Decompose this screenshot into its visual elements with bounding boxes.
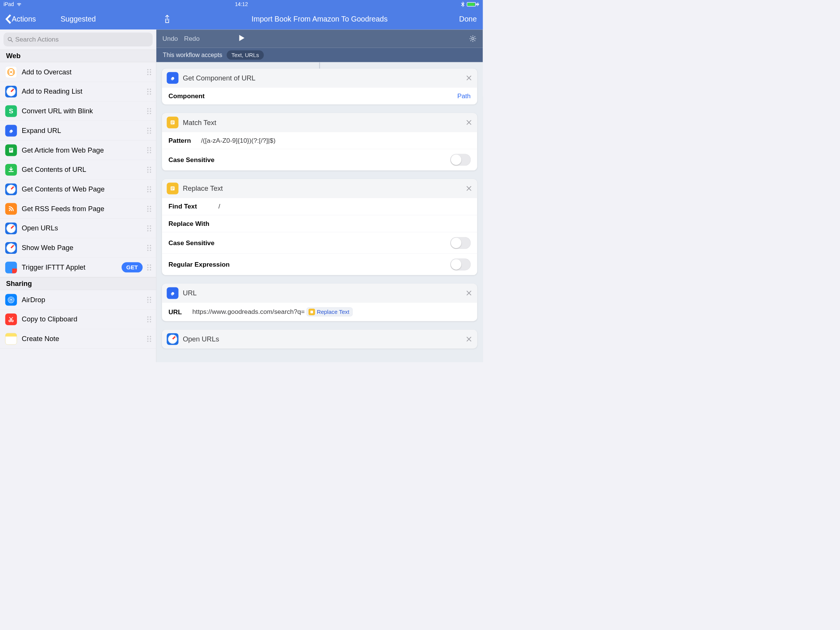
- variable-token[interactable]: Replace Text: [307, 308, 353, 316]
- navigation-bar: Actions Suggested Import Book From Amazo…: [0, 9, 483, 30]
- svg-rect-5: [10, 148, 13, 149]
- action-get-rss[interactable]: Get RSS Feeds from Page: [0, 199, 156, 219]
- param-url[interactable]: URL https://www.goodreads.com/search?q= …: [162, 303, 477, 321]
- card-title: Replace Text: [183, 184, 465, 192]
- undo-button[interactable]: Undo: [163, 35, 178, 43]
- param-value[interactable]: Path: [457, 92, 471, 100]
- action-show-web-page[interactable]: Show Web Page: [0, 238, 156, 258]
- close-icon[interactable]: [465, 74, 472, 81]
- drag-handle-icon[interactable]: [147, 147, 152, 153]
- drag-handle-icon[interactable]: [147, 186, 152, 192]
- action-label: Expand URL: [22, 126, 145, 134]
- param-find-text[interactable]: Find Text /: [162, 198, 477, 215]
- svg-rect-7: [10, 150, 12, 151]
- accepts-bar[interactable]: This workflow accepts Text, URLs: [156, 47, 483, 62]
- drag-handle-icon[interactable]: [147, 128, 152, 134]
- drag-handle-icon[interactable]: [147, 225, 152, 231]
- action-expand-url[interactable]: Expand URL: [0, 121, 156, 141]
- get-badge[interactable]: GET: [122, 262, 143, 272]
- action-label: Show Web Page: [22, 244, 145, 252]
- scissors-icon: [5, 314, 17, 325]
- back-label: Actions: [12, 15, 36, 23]
- drag-handle-icon[interactable]: [147, 69, 152, 75]
- close-icon[interactable]: [465, 119, 472, 126]
- card-get-component-of-url[interactable]: Get Component of URL Component Path: [162, 69, 477, 105]
- param-case-sensitive: Case Sensitive: [162, 232, 477, 253]
- action-get-contents-url[interactable]: Get Contents of URL: [0, 160, 156, 180]
- settings-button[interactable]: [469, 35, 477, 43]
- svg-point-9: [10, 299, 12, 301]
- card-open-urls[interactable]: Open URLs: [162, 330, 477, 348]
- toggle-switch[interactable]: [450, 259, 471, 270]
- param-component[interactable]: Component Path: [162, 87, 477, 104]
- param-case-sensitive: Case Sensitive: [162, 149, 477, 171]
- svg-point-0: [8, 37, 11, 41]
- action-label: Get RSS Feeds from Page: [22, 205, 145, 213]
- card-url[interactable]: URL URL https://www.goodreads.com/search…: [162, 284, 477, 321]
- close-icon[interactable]: [465, 336, 472, 343]
- toggle-switch[interactable]: [450, 154, 471, 166]
- accepts-label: This workflow accepts: [163, 51, 222, 58]
- drag-handle-icon[interactable]: [147, 206, 152, 212]
- svg-rect-4: [9, 148, 13, 153]
- action-label: Add to Reading List: [22, 88, 145, 96]
- card-match-text[interactable]: Match Text Pattern /([a-zA-Z0-9]{10})(?:…: [162, 113, 477, 171]
- connector-line: [319, 62, 320, 68]
- action-get-contents-page[interactable]: Get Contents of Web Page: [0, 179, 156, 199]
- param-label: Pattern: [169, 137, 201, 144]
- param-label: Case Sensitive: [169, 239, 218, 246]
- back-button[interactable]: Actions: [5, 14, 36, 24]
- notes-icon: [5, 333, 17, 344]
- action-add-to-overcast[interactable]: Add to Overcast: [0, 62, 156, 82]
- drag-handle-icon[interactable]: [147, 88, 152, 95]
- svg-line-1: [11, 40, 13, 42]
- redo-button[interactable]: Redo: [184, 35, 199, 43]
- link-icon: [167, 72, 178, 84]
- param-value[interactable]: /: [218, 203, 220, 210]
- share-button[interactable]: [163, 14, 172, 24]
- param-label: Component: [169, 92, 218, 100]
- action-convert-url-blink[interactable]: S Convert URL with Blink: [0, 101, 156, 121]
- drag-handle-icon[interactable]: [147, 316, 152, 322]
- param-value[interactable]: /([a-zA-Z0-9]{10})(?:[/?]|$): [201, 137, 275, 144]
- action-label: Convert URL with Blink: [22, 107, 145, 115]
- drag-handle-icon[interactable]: [147, 245, 152, 251]
- drag-handle-icon[interactable]: [147, 108, 152, 114]
- close-icon[interactable]: [465, 290, 472, 297]
- workflow-editor: Undo Redo This workflow accepts Text, UR…: [156, 30, 483, 362]
- safari-icon: [5, 223, 17, 234]
- play-button[interactable]: [238, 34, 245, 43]
- action-trigger-ifttt[interactable]: Trigger IFTTT Applet GET: [0, 257, 156, 277]
- action-airdrop[interactable]: AirDrop: [0, 290, 156, 310]
- svg-point-8: [9, 210, 10, 211]
- download-icon: [5, 164, 17, 175]
- close-icon[interactable]: [465, 185, 472, 192]
- action-create-note[interactable]: Create Note: [0, 329, 156, 349]
- search-placeholder: Search Actions: [15, 36, 58, 43]
- section-header-web: Web: [0, 49, 156, 62]
- svg-rect-20: [172, 187, 174, 188]
- overcast-icon: [5, 66, 17, 78]
- param-value[interactable]: https://www.goodreads.com/search?q= Repl…: [192, 308, 352, 316]
- svg-rect-21: [172, 188, 174, 188]
- card-replace-text[interactable]: Replace Text Find Text / Replace With Ca…: [162, 179, 477, 275]
- editor-toolbar: Undo Redo: [156, 30, 483, 47]
- wifi-icon: [16, 2, 22, 6]
- drag-handle-icon[interactable]: [147, 167, 152, 173]
- action-get-article[interactable]: Get Article from Web Page: [0, 141, 156, 160]
- action-add-to-reading-list[interactable]: Add to Reading List: [0, 82, 156, 102]
- drag-handle-icon[interactable]: [147, 264, 152, 270]
- workflow-canvas[interactable]: Get Component of URL Component Path Matc…: [156, 62, 483, 362]
- drag-handle-icon[interactable]: [147, 336, 152, 342]
- param-pattern[interactable]: Pattern /([a-zA-Z0-9]{10})(?:[/?]|$): [162, 132, 477, 149]
- link-icon: [167, 287, 178, 299]
- drag-handle-icon[interactable]: [147, 297, 152, 303]
- toggle-switch[interactable]: [450, 237, 471, 249]
- param-replace-with[interactable]: Replace With: [162, 215, 477, 232]
- svg-rect-22: [172, 189, 174, 189]
- done-button[interactable]: Done: [459, 15, 477, 23]
- action-open-urls[interactable]: Open URLs: [0, 219, 156, 238]
- search-input[interactable]: Search Actions: [3, 33, 153, 46]
- link-icon: [5, 125, 17, 136]
- action-copy-clipboard[interactable]: Copy to Clipboard: [0, 310, 156, 329]
